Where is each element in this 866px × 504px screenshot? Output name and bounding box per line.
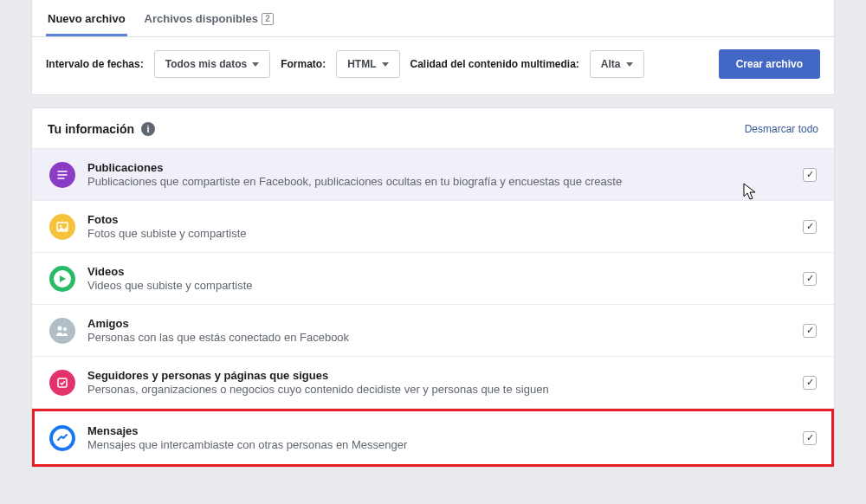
row-title: Videos xyxy=(87,265,791,278)
category-list: Publicaciones Publicaciones que comparti… xyxy=(32,148,834,467)
tab-new-file[interactable]: Nuevo archivo xyxy=(46,0,127,36)
row-desc: Videos que subiste y compartiste xyxy=(87,279,791,292)
svg-point-5 xyxy=(58,326,62,330)
info-header: Tu información i Desmarcar todo xyxy=(32,108,834,148)
deselect-all-link[interactable]: Desmarcar todo xyxy=(745,123,818,135)
svg-point-4 xyxy=(60,224,62,227)
row-desc: Mensajes que intercambiaste con otras pe… xyxy=(87,438,791,451)
tab-new-file-label: Nuevo archivo xyxy=(48,12,126,25)
tab-available-files[interactable]: Archivos disponibles 2 xyxy=(143,0,275,36)
list-item-followers[interactable]: Seguidores y personas y páginas que sigu… xyxy=(32,356,834,408)
row-title: Seguidores y personas y páginas que sigu… xyxy=(87,369,791,382)
filters-row: Intervalo de fechas: Todos mis datos For… xyxy=(32,37,834,94)
list-item-friends[interactable]: Amigos Personas con las que estás conect… xyxy=(32,304,834,356)
caret-down-icon xyxy=(252,62,259,67)
row-title: Fotos xyxy=(87,213,791,226)
info-icon[interactable]: i xyxy=(141,122,155,136)
format-label: Formato: xyxy=(281,58,326,70)
followers-icon xyxy=(49,370,75,396)
caret-down-icon xyxy=(382,62,389,67)
videos-icon xyxy=(49,266,75,292)
tab-available-label: Archivos disponibles xyxy=(145,12,258,25)
format-value: HTML xyxy=(347,58,376,70)
page-title: Tu información i xyxy=(48,122,155,136)
available-count-badge: 2 xyxy=(262,13,274,25)
date-range-value: Todos mis datos xyxy=(165,58,247,70)
media-quality-value: Alta xyxy=(601,58,621,70)
list-item-posts[interactable]: Publicaciones Publicaciones que comparti… xyxy=(32,148,834,200)
svg-rect-7 xyxy=(58,378,67,387)
checkbox-friends[interactable]: ✓ xyxy=(803,324,817,338)
media-quality-label: Calidad del contenido multimedia: xyxy=(410,58,579,70)
tabs-bar: Nuevo archivo Archivos disponibles 2 xyxy=(32,0,834,37)
messages-icon xyxy=(49,425,75,451)
photos-icon xyxy=(49,214,75,240)
checkbox-followers[interactable]: ✓ xyxy=(803,376,817,390)
row-title: Amigos xyxy=(87,317,791,330)
date-range-label: Intervalo de fechas: xyxy=(46,58,144,70)
settings-top-card: Nuevo archivo Archivos disponibles 2 Int… xyxy=(31,0,835,95)
checkbox-videos[interactable]: ✓ xyxy=(803,272,817,286)
date-range-select[interactable]: Todos mis datos xyxy=(154,50,270,78)
your-info-card: Tu información i Desmarcar todo Publicac… xyxy=(31,107,835,468)
info-heading-text: Tu información xyxy=(48,122,134,136)
row-desc: Personas con las que estás conectado en … xyxy=(87,331,791,344)
row-title: Mensajes xyxy=(87,424,791,437)
list-item-videos[interactable]: Videos Videos que subiste y compartiste … xyxy=(32,252,834,304)
row-desc: Publicaciones que compartiste en Faceboo… xyxy=(87,175,791,188)
media-quality-select[interactable]: Alta xyxy=(590,50,644,78)
checkbox-photos[interactable]: ✓ xyxy=(803,220,817,234)
posts-icon xyxy=(49,162,75,188)
svg-point-6 xyxy=(63,327,67,331)
row-desc: Fotos que subiste y compartiste xyxy=(87,227,791,240)
list-item-messages[interactable]: Mensajes Mensajes que intercambiaste con… xyxy=(32,408,834,467)
format-select[interactable]: HTML xyxy=(336,50,399,78)
checkbox-messages[interactable]: ✓ xyxy=(803,431,817,445)
list-item-photos[interactable]: Fotos Fotos que subiste y compartiste ✓ xyxy=(32,200,834,252)
create-file-button[interactable]: Crear archivo xyxy=(719,49,820,79)
row-desc: Personas, organizaciones o negocios cuyo… xyxy=(87,383,791,396)
friends-icon xyxy=(49,318,75,344)
checkbox-posts[interactable]: ✓ xyxy=(803,168,817,182)
row-title: Publicaciones xyxy=(87,161,791,174)
caret-down-icon xyxy=(626,62,633,67)
